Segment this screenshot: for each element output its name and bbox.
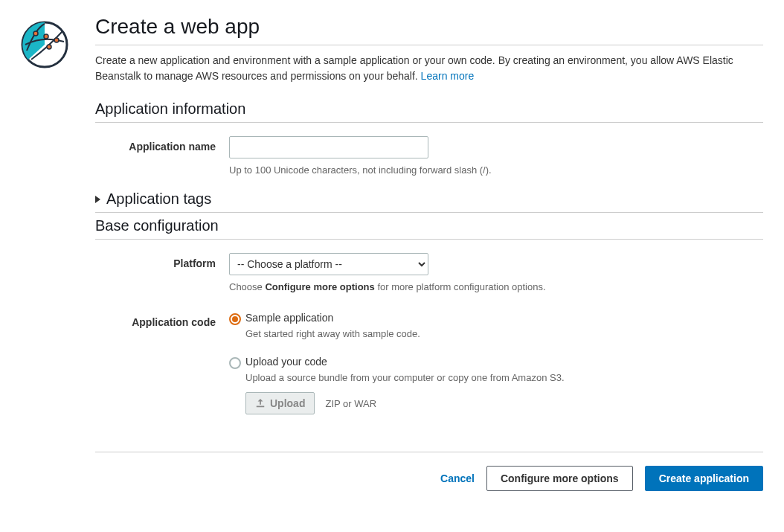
platform-label: Platform [173,257,216,269]
appcode-label: Application code [132,316,216,328]
app-tags-toggle[interactable]: Application tags [95,190,763,208]
upload-icon [255,398,266,408]
elastic-beanstalk-logo [21,21,68,68]
svg-point-3 [54,38,59,42]
app-name-hint: Up to 100 Unicode characters, not includ… [229,164,763,176]
app-name-label: Application name [129,141,216,153]
radio-sample-label[interactable]: Sample application [245,312,333,324]
radio-sample-application[interactable] [229,313,241,325]
section-base-config-title: Base configuration [95,217,763,234]
svg-point-4 [47,45,51,49]
svg-point-2 [44,34,48,39]
create-application-button[interactable]: Create application [645,466,763,491]
svg-point-1 [33,31,38,36]
radio-upload-label[interactable]: Upload your code [245,356,327,368]
radio-sample-hint: Get started right away with sample code. [245,328,763,339]
upload-format-hint: ZIP or WAR [325,398,376,409]
upload-button[interactable]: Upload [245,392,315,414]
page-title: Create a web app [95,15,763,39]
cancel-button[interactable]: Cancel [440,472,475,484]
configure-more-options-button[interactable]: Configure more options [486,466,633,491]
section-app-info-title: Application information [95,100,763,118]
app-name-input[interactable] [229,136,428,158]
section-app-tags-title: Application tags [106,190,211,208]
platform-select[interactable]: -- Choose a platform -- [229,253,428,275]
platform-hint: Choose Configure more options for more p… [229,281,763,292]
caret-right-icon [95,196,100,203]
radio-upload-code[interactable] [229,357,241,369]
page-description: Create a new application and environment… [95,53,763,84]
radio-upload-hint: Upload a source bundle from your compute… [245,372,763,383]
learn-more-link[interactable]: Learn more [421,70,475,82]
